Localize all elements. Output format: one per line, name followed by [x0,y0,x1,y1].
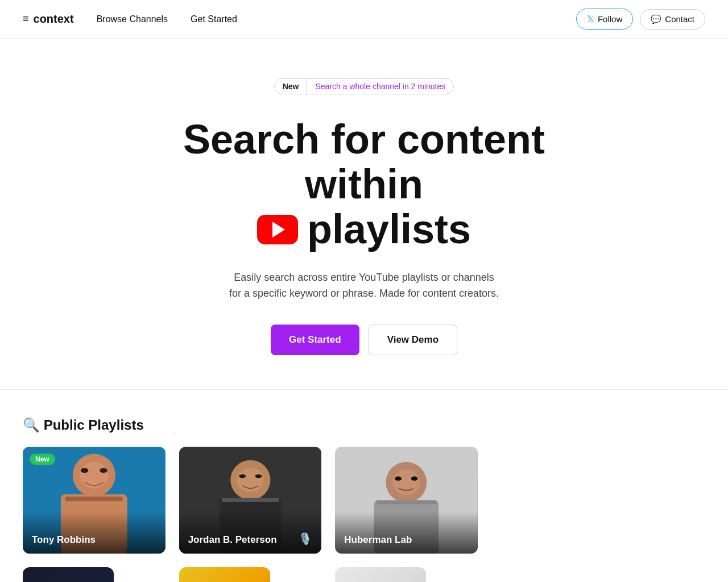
follow-label: Follow [598,14,622,24]
follow-button[interactable]: 𝕏 Follow [576,9,633,30]
hero-subtitle: Easily search across entire YouTube play… [229,269,499,302]
view-demo-button[interactable]: View Demo [369,325,457,355]
svg-point-11 [239,475,246,479]
lex-image [23,567,114,582]
browse-channels-link[interactable]: Browse Channels [97,14,168,24]
svg-rect-4 [65,497,122,501]
hero-section: New Search a whole channel in 2 minutes … [0,39,728,389]
svg-point-12 [255,475,262,479]
logo-text: context [34,13,74,26]
tim-image: THE TIM FERRISS SHOW [179,567,270,582]
hero-buttons: Get Started View Demo [271,325,457,355]
hero-title-row2: playlists [136,207,592,252]
nav-left: ≡ context Browse Channels Get Started [23,13,237,26]
svg-point-17 [392,469,420,495]
hero-title-line1: Search for content within [183,117,545,207]
playlist-card-making[interactable]: MAKING SENSE Making Sense [335,567,426,582]
svg-rect-13 [222,498,279,502]
navbar: ≡ context Browse Channels Get Started 𝕏 … [0,0,728,39]
get-started-nav-link[interactable]: Get Started [191,14,237,24]
playlists-section: 🔍 Public Playlists New Tony Robbins [0,417,728,582]
tony-card-name: Tony Robbins [32,534,96,546]
hero-title: Search for content within playlists [136,117,592,252]
huberman-card-name: Huberman Lab [344,534,412,546]
playlist-card-jordan[interactable]: Jordan B. Peterson 🎙️ [179,447,322,554]
jordan-card-icon: 🎙️ [298,532,312,546]
youtube-play-icon [272,222,285,238]
section-title: 🔍 Public Playlists [23,417,705,433]
jordan-card-name: Jordan B. Peterson [188,534,277,546]
hero-sub-line2: for a specific keyword or phrase. Made f… [229,288,499,299]
nav-right: 𝕏 Follow 💬 Contact [576,9,705,30]
playlist-card-tony[interactable]: New Tony Robbins [23,447,166,554]
playlist-card-lex[interactable]: Lex Fridman [23,567,114,582]
hero-sub-line1: Easily search across entire YouTube play… [234,272,494,283]
contact-label: Contact [665,14,694,24]
playlist-card-tim[interactable]: THE TIM FERRISS SHOW The Tim... [179,567,270,582]
svg-point-19 [411,476,418,481]
making-image: MAKING SENSE [335,567,426,582]
youtube-icon [257,215,298,244]
svg-rect-20 [377,501,436,505]
section-divider [0,389,728,390]
svg-point-3 [80,462,108,489]
tony-new-badge: New [30,454,55,465]
svg-point-6 [100,468,107,473]
hero-title-line2: playlists [307,207,471,252]
huberman-card-overlay: Huberman Lab [335,512,478,554]
chat-icon: 💬 [651,14,661,24]
svg-point-5 [81,468,88,473]
playlists-grid-row2: Lex Fridman THE TIM FERRISS SHOW The Tim… [23,567,478,582]
jordan-card-overlay: Jordan B. Peterson 🎙️ [179,509,322,554]
badge-description: Search a whole channel in 2 minutes [307,79,453,94]
badge-new-label: New [275,79,308,94]
playlists-grid: New Tony Robbins Jordan B. Peterson 🎙️ [23,447,478,554]
contact-button[interactable]: 💬 Contact [640,9,705,30]
svg-point-18 [395,476,402,481]
twitter-icon: 𝕏 [587,14,594,24]
logo-bars-icon: ≡ [23,13,29,25]
logo[interactable]: ≡ context [23,13,74,26]
get-started-button[interactable]: Get Started [271,325,359,355]
playlist-card-huberman[interactable]: Huberman Lab [335,447,478,554]
tony-card-overlay: Tony Robbins [23,512,166,554]
new-badge-banner: New Search a whole channel in 2 minutes [274,78,454,94]
